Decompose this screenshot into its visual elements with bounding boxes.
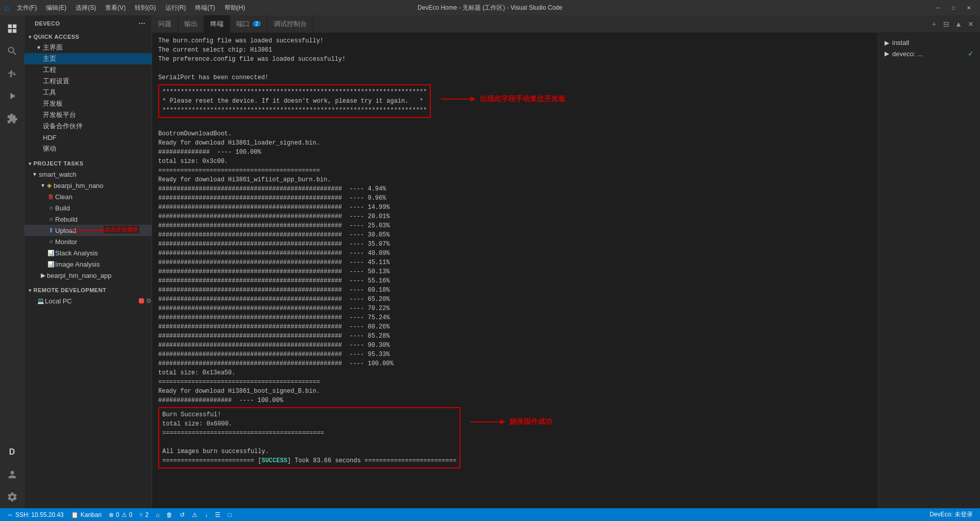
sidebar-item-local-pc[interactable]: 💻 Local PC ⚙ (24, 295, 152, 306)
sidebar-item-bearpi[interactable]: ▾ ◈ bearpi_hm_nano (24, 180, 152, 191)
monitor-icon: 💻 (37, 298, 45, 304)
sidebar-item-label: 主界面 (43, 43, 152, 52)
term-line: total size: 0x13ea50. (158, 368, 872, 377)
chart-icon: 📊 (47, 261, 55, 268)
menu-item[interactable]: 选择(S) (71, 3, 100, 13)
close-button[interactable]: ✕ (962, 3, 976, 13)
terminal-output: The burn.config file was loaded successf… (152, 33, 878, 508)
arrow-head (471, 97, 476, 102)
sidebar-item-gongcheng[interactable]: 工程 (24, 64, 152, 76)
status-square[interactable]: □ (225, 508, 234, 521)
maximize-panel-button[interactable]: ▲ (953, 19, 964, 29)
status-indicator-red (139, 298, 144, 303)
sidebar-item-zhuyez[interactable]: 主页 (24, 53, 152, 64)
tab-terminal[interactable]: 终端 (204, 15, 230, 33)
check-icon: ✓ (968, 50, 974, 58)
error-count: 0 (116, 511, 119, 518)
remote-dev-section[interactable]: ▾ REMOTE DEVELOPMENT (24, 285, 152, 295)
chip-icon: ◈ (47, 182, 52, 189)
sidebar-item-bearpi-app[interactable]: ▶ bearpi_hm_nano_app (24, 270, 152, 281)
sidebar-item-kaifabanpt[interactable]: 开发板平台 (24, 109, 152, 121)
status-bar: ↔ SSH: 10.55.20.43 📋 Kanban ⊗ 0 ⚠ 0 ⑂ 2 … (0, 508, 980, 521)
status-kanban[interactable]: 📋 Kanban (68, 508, 105, 521)
menu-item[interactable]: 帮助(H) (220, 3, 250, 13)
panel-right-item-install[interactable]: ▶ install (878, 37, 980, 48)
status-sync[interactable]: ↺ (177, 508, 188, 521)
term-line (158, 120, 872, 129)
sidebar-actions[interactable]: ··· (139, 19, 145, 28)
split-terminal-button[interactable]: ⊟ (941, 19, 951, 29)
tab-debug-console[interactable]: 调试控制台 (267, 15, 313, 33)
maximize-button[interactable]: □ (946, 3, 961, 13)
settings-icon[interactable]: ⚙ (146, 297, 152, 304)
term-line: ########################################… (158, 230, 872, 240)
menu-item[interactable]: 运行(R) (161, 3, 190, 13)
sidebar-item-upload[interactable]: ⬆ Upload 点击开始烧录 (24, 225, 152, 236)
sync-icon: ↺ (180, 511, 185, 518)
status-delete[interactable]: 🗑 (163, 508, 176, 521)
menu-item[interactable]: 终端(T) (191, 3, 219, 13)
status-errors[interactable]: ⊗ 0 ⚠ 0 (106, 508, 135, 521)
activity-source-control[interactable] (1, 62, 23, 85)
activity-run-debug[interactable] (1, 85, 23, 107)
sidebar-item-clean[interactable]: 🗑 Clean (24, 191, 152, 202)
menu-item[interactable]: 编辑(E) (42, 3, 70, 13)
quick-access-label: QUICK ACCESS (34, 34, 80, 40)
trash-icon: 🗑 (47, 193, 55, 200)
sidebar-item-build[interactable]: ○ Build (24, 202, 152, 214)
sidebar-item-smart-watch[interactable]: ▾ smart_watch (24, 169, 152, 180)
activity-settings[interactable] (1, 486, 23, 508)
term-line: #################### ---- 100.00% (158, 396, 872, 405)
sidebar-item-gongju[interactable]: 工具 (24, 87, 152, 98)
activity-extensions[interactable] (1, 107, 23, 130)
menu-item[interactable]: 转到(G) (131, 3, 160, 13)
term-line: ########################################… (158, 313, 872, 322)
sidebar-item-shebeiht[interactable]: 设备合作伙伴 (24, 121, 152, 132)
activity-explorer[interactable] (1, 17, 23, 40)
status-deveco-login[interactable]: DevEco: 未登录 (926, 510, 976, 519)
sidebar-title: DEVECO (35, 20, 60, 27)
menu-item[interactable]: 查看(V) (101, 3, 130, 13)
quick-access-section[interactable]: ▾ QUICK ACCESS (24, 32, 152, 42)
tab-terminal-label: 终端 (210, 19, 224, 29)
add-terminal-button[interactable]: + (929, 19, 939, 29)
sidebar-item-label: Clean (55, 193, 152, 201)
term-success-line: ========================= [SUCCESS] Took… (162, 456, 456, 465)
title-bar-left: ⌂ 文件(F)编辑(E)选择(S)查看(V)转到(G)运行(R)终端(T)帮助(… (4, 3, 249, 13)
window-controls: ─ □ ✕ (931, 3, 976, 13)
project-tasks-section[interactable]: ▾ PROJECT TASKS (24, 158, 152, 169)
sidebar-item-rebuild[interactable]: ○ Rebuild (24, 214, 152, 225)
tab-output[interactable]: 输出 (178, 15, 204, 33)
sidebar-item-zhujiemian[interactable]: ▾ 主界面 (24, 42, 152, 53)
status-home[interactable]: ⌂ (153, 508, 162, 521)
sidebar-more-icon[interactable]: ··· (139, 19, 145, 28)
term-line: ########################################… (158, 331, 872, 341)
project-tasks-label: PROJECT TASKS (34, 160, 84, 167)
sidebar-item-stack-analysis[interactable]: 📊 Stack Analysis (24, 247, 152, 258)
close-panel-button[interactable]: ✕ (966, 19, 976, 29)
upload-icon: ⬆ (47, 227, 55, 234)
status-ssh[interactable]: ↔ SSH: 10.55.20.43 (4, 508, 67, 521)
minimize-button[interactable]: ─ (931, 3, 945, 13)
sidebar-item-gongchengsz[interactable]: 工程设置 (24, 76, 152, 87)
status-list[interactable]: ☰ (212, 508, 224, 521)
tab-ports[interactable]: 端口 2 (230, 15, 267, 33)
sidebar-item-image-analysis[interactable]: 📊 Image Analysis (24, 258, 152, 270)
kanban-icon: 📋 (71, 511, 79, 518)
kanban-label: Kanban (81, 511, 102, 518)
activity-search[interactable] (1, 40, 23, 62)
ports-badge: 2 (253, 21, 261, 27)
activity-account[interactable] (1, 463, 23, 486)
error-icon: ⊗ (109, 511, 114, 518)
sidebar-item-qudong[interactable]: 驱动 (24, 143, 152, 154)
sidebar-item-hdf[interactable]: HDF (24, 132, 152, 143)
activity-deveco[interactable]: D (1, 441, 23, 463)
status-branch[interactable]: ⑂ 2 (136, 508, 152, 521)
tab-problems[interactable]: 问题 (152, 15, 178, 33)
status-warning2[interactable]: ⚠ (189, 508, 201, 521)
status-download[interactable]: ↓ (202, 508, 211, 521)
sidebar-item-monitor[interactable]: ○ Monitor (24, 236, 152, 247)
panel-right-item-deveco[interactable]: ▶ deveco: ... ✓ (878, 48, 980, 59)
sidebar-item-kaifaban[interactable]: 开发板 (24, 98, 152, 109)
menu-item[interactable]: 文件(F) (13, 3, 41, 13)
